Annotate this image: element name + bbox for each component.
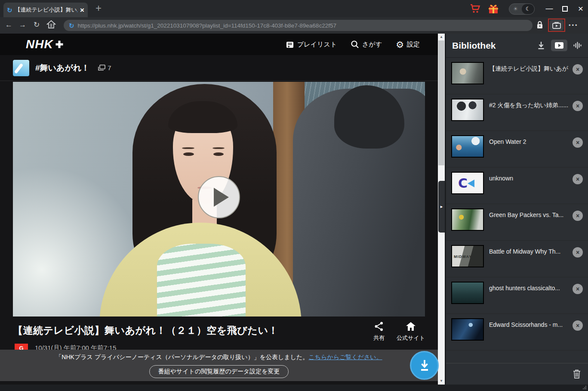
video-grabber-button[interactable]: [550, 20, 563, 31]
item-thumbnail: [451, 282, 484, 304]
item-title: Battle of Midway Why Th...: [489, 248, 568, 255]
program-title[interactable]: #舞いあがれ！: [35, 62, 89, 74]
library-item[interactable]: Edward Scissorhands - m... ×: [446, 314, 588, 351]
play-button[interactable]: [198, 176, 240, 218]
item-thumbnail: [451, 135, 484, 158]
audio-tab-icon: [573, 41, 582, 50]
library-header-icons: [537, 40, 582, 51]
c-logo-triangle: [468, 180, 474, 187]
search-icon: [351, 40, 359, 49]
web-page: NHK プレイリスト さがす ⚙ 設定 #舞いあがれ！ 7: [0, 34, 445, 385]
item-remove-button[interactable]: ×: [573, 101, 583, 111]
item-remove-button[interactable]: ×: [573, 320, 583, 331]
episode-count[interactable]: 7: [98, 64, 111, 71]
url-text[interactable]: https://plus.nhk.jp/watch/st/g1_20221031…: [78, 22, 336, 29]
address-bar[interactable]: ↻ https://plus.nhk.jp/watch/st/g1_202210…: [64, 20, 533, 31]
titlebar: ↻ 【連続テレビ小説】舞いあ × + ☀ ☾ — ×: [0, 0, 588, 17]
download-icon: [418, 359, 431, 372]
light-mode-icon[interactable]: ☀: [509, 4, 522, 14]
cart-icon[interactable]: [470, 3, 481, 14]
share-icon: [374, 321, 384, 332]
browser-toolbar: ← → ↻ ↻ https://plus.nhk.jp/watch/st/g1_…: [0, 17, 588, 34]
item-remove-button[interactable]: ×: [573, 211, 583, 221]
nhk-nav: プレイリスト さがす ⚙ 設定: [286, 40, 420, 49]
library-title: Bibliothek: [452, 40, 496, 51]
browser-menu-button[interactable]: •••: [569, 22, 579, 28]
item-thumbnail: C: [451, 172, 484, 194]
new-tab-button[interactable]: +: [95, 2, 102, 14]
notice-message: 「NHKプラス プライバシーノーティス（パーソナルデータの取り扱い）」を公表しま…: [55, 354, 308, 360]
nav-playlist[interactable]: プレイリスト: [286, 40, 337, 49]
lock-icon[interactable]: [536, 20, 544, 30]
gift-icon[interactable]: [488, 3, 499, 14]
item-thumbnail: [451, 99, 484, 121]
nav-search[interactable]: さがす: [351, 40, 382, 49]
video-tab-icon: [554, 42, 564, 49]
video-title-row: 【連続テレビ小説】舞いあがれ！（２１）空を飛びたい！ 共有 公式サイト: [13, 319, 425, 342]
program-row: #舞いあがれ！ 7: [0, 55, 438, 81]
back-button[interactable]: ←: [5, 21, 12, 29]
library-item[interactable]: Open Water 2 ×: [446, 131, 588, 168]
download-fab[interactable]: [410, 351, 439, 380]
library-download-tab[interactable]: [537, 41, 545, 50]
resize-grip[interactable]: [582, 385, 587, 390]
item-title: Open Water 2: [489, 138, 568, 145]
episodes-icon: [98, 65, 105, 71]
scroll-down-arrow[interactable]: ▼: [438, 378, 445, 385]
item-remove-button[interactable]: ×: [573, 64, 583, 74]
tab-close-icon[interactable]: ×: [80, 6, 84, 14]
window-minimize-button[interactable]: —: [542, 0, 557, 17]
library-audio-tab[interactable]: [573, 41, 582, 50]
video-grabber-highlight: [548, 19, 565, 32]
notice-link[interactable]: こちらからご覧ください。: [308, 354, 382, 360]
item-title: Edward Scissorhands - m...: [489, 321, 568, 328]
tab-favicon-icon: ↻: [7, 7, 12, 13]
item-remove-button[interactable]: ×: [573, 284, 583, 294]
item-remove-button[interactable]: ×: [573, 137, 583, 148]
data-settings-button[interactable]: 番組やサイトの閲覧履歴のデータ設定を変更: [149, 365, 289, 378]
item-thumbnail: [451, 318, 484, 341]
library-item[interactable]: C unknown ×: [446, 168, 588, 204]
thumbnail-text: MIDWAY: [454, 254, 472, 259]
reload-button[interactable]: ↻: [34, 21, 40, 29]
scene-eye-left: [183, 152, 194, 156]
library-video-tab[interactable]: [551, 40, 567, 51]
nhk-plus-logo[interactable]: NHK: [26, 37, 65, 51]
scrollbar-thumb[interactable]: [438, 40, 444, 165]
library-item[interactable]: 【連続テレビ小説】舞いあが... ×: [446, 58, 588, 94]
video-grabber-icon: [552, 22, 561, 29]
official-site-button[interactable]: 公式サイト: [397, 321, 425, 342]
scroll-up-arrow[interactable]: ▲: [438, 34, 445, 40]
video-player[interactable]: [13, 82, 425, 317]
notice-line: 「NHKプラス プライバシーノーティス（パーソナルデータの取り扱い）」を公表しま…: [0, 354, 438, 361]
library-item[interactable]: ghost hunters classicalto... ×: [446, 277, 588, 314]
scene-striped-shirt: [157, 244, 246, 317]
library-item[interactable]: MIDWAY Battle of Midway Why Th... ×: [446, 241, 588, 277]
dark-mode-icon[interactable]: ☾: [522, 4, 534, 14]
item-remove-button[interactable]: ×: [573, 174, 583, 184]
url-favicon-icon: ↻: [69, 22, 74, 29]
window-maximize-button[interactable]: [557, 0, 573, 17]
item-title: ghost hunters classicalto...: [489, 285, 568, 292]
sidebar-collapse-handle[interactable]: ►: [438, 181, 445, 233]
clear-library-button[interactable]: [573, 369, 581, 379]
trash-icon: [573, 369, 581, 379]
item-thumbnail: MIDWAY: [451, 245, 484, 267]
nhk-header: NHK プレイリスト さがす ⚙ 設定: [0, 34, 438, 55]
window-close-button[interactable]: ×: [573, 0, 588, 17]
library-item[interactable]: #2 火傷を負った幼い姉弟...... ×: [446, 94, 588, 131]
home-button[interactable]: [46, 20, 56, 29]
item-remove-button[interactable]: ×: [573, 247, 583, 258]
nav-settings-label: 設定: [407, 40, 420, 49]
playlist-icon: [286, 40, 294, 49]
item-title: unknown: [489, 175, 568, 182]
library-item[interactable]: Green Bay Packers vs. Ta... ×: [446, 204, 588, 241]
nav-settings[interactable]: ⚙ 設定: [396, 40, 420, 49]
browser-tab[interactable]: ↻ 【連続テレビ小説】舞いあ ×: [3, 3, 88, 17]
forward-button[interactable]: →: [19, 21, 26, 29]
share-button[interactable]: 共有: [373, 321, 385, 342]
theme-toggle[interactable]: ☀ ☾: [509, 3, 535, 15]
program-thumbnail[interactable]: [13, 60, 29, 76]
app-window: { "chrome": { "tab": { "title": "【連続テレビ小…: [0, 0, 588, 391]
item-thumbnail: [451, 62, 484, 84]
